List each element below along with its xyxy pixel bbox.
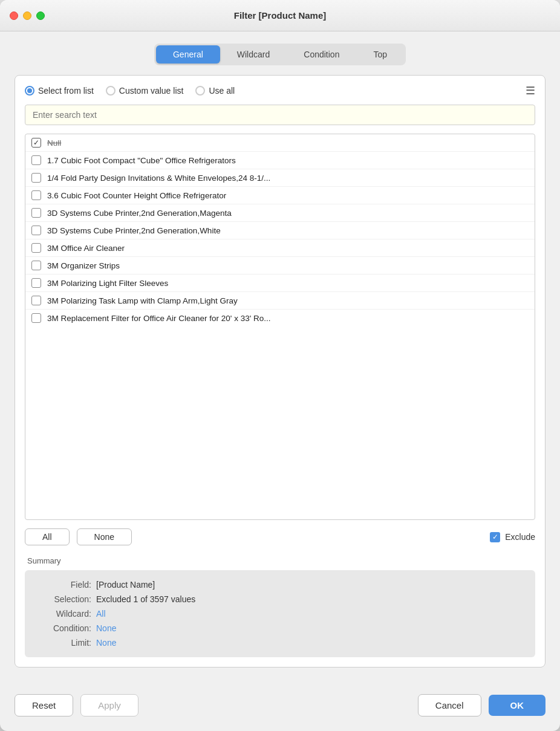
list-item[interactable]: 1.7 Cubic Foot Compact "Cube" Office Ref… [25,152,535,169]
radio-custom-value-list[interactable]: Custom value list [106,86,184,96]
summary-wildcard-value[interactable]: All [96,609,106,619]
radio-use-all[interactable]: Use all [195,86,235,96]
radio-select-from-list[interactable]: Select from list [25,86,94,96]
exclude-checkbox[interactable]: ✓ [490,532,500,542]
list-item[interactable]: Null [25,134,535,152]
tab-bar: General Wildcard Condition Top [154,44,406,65]
exclude-label: Exclude [505,532,535,542]
summary-wildcard-row: Wildcard: All [37,609,523,619]
summary-condition-label: Condition: [37,623,91,633]
summary-limit-label: Limit: [37,638,91,648]
summary-selection-row: Selection: Excluded 1 of 3597 values [37,594,523,604]
dialog-title: Filter [Product Name] [234,10,327,21]
ok-button[interactable]: OK [489,695,546,716]
summary-limit-row: Limit: None [37,638,523,648]
tab-condition[interactable]: Condition [287,45,356,63]
summary-section: Summary Field: [Product Name] Selection:… [25,556,535,657]
all-none-row: All None ✓ Exclude [25,528,535,545]
checkbox-item2[interactable] [31,173,41,183]
minimize-button[interactable] [23,11,31,20]
tab-general[interactable]: General [156,45,220,63]
checkbox-item10[interactable] [31,313,41,323]
bottom-bar: Reset Apply Cancel OK [0,682,560,731]
checkbox-item4[interactable] [31,208,41,218]
traffic-lights [10,11,45,20]
summary-field-value: [Product Name] [96,580,155,590]
list-item[interactable]: 3M Polarizing Task Lamp with Clamp Arm,L… [25,292,535,310]
search-input[interactable] [25,105,535,125]
exclude-row: ✓ Exclude [490,532,535,542]
checkbox-item6[interactable] [31,243,41,253]
radio-circle-custom [106,86,116,96]
checkbox-item1[interactable] [31,155,41,165]
checkbox-item9[interactable] [31,296,41,305]
list-item[interactable]: 1/4 Fold Party Design Invitations & Whit… [25,169,535,187]
list-item[interactable]: 3M Replacement Filter for Office Air Cle… [25,310,535,327]
all-button[interactable]: All [25,528,70,545]
title-bar: Filter [Product Name] [0,0,560,31]
radio-circle-all [195,86,205,96]
summary-field-row: Field: [Product Name] [37,580,523,590]
checkbox-null[interactable] [31,138,41,148]
radio-circle-select [25,86,34,96]
close-button[interactable] [10,11,18,20]
summary-limit-value[interactable]: None [96,638,116,648]
summary-condition-value[interactable]: None [96,623,116,633]
content-area: General Wildcard Condition Top Select fr… [0,31,560,682]
summary-wildcard-label: Wildcard: [37,609,91,619]
list-item[interactable]: 3M Organizer Strips [25,257,535,275]
list-item[interactable]: 3M Polarizing Light Filter Sleeves [25,275,535,292]
main-panel: Select from list Custom value list Use a… [15,75,545,668]
summary-field-label: Field: [37,580,91,590]
summary-selection-label: Selection: [37,594,91,604]
checkbox-item3[interactable] [31,190,41,200]
dialog-window: Filter [Product Name] General Wildcard C… [0,0,560,731]
none-button[interactable]: None [77,528,132,545]
checkbox-item7[interactable] [31,261,41,270]
summary-selection-value: Excluded 1 of 3597 values [96,594,195,604]
apply-button[interactable]: Apply [80,694,138,716]
maximize-button[interactable] [36,11,45,20]
summary-condition-row: Condition: None [37,623,523,633]
checkbox-item8[interactable] [31,278,41,288]
list-item[interactable]: 3.6 Cubic Foot Counter Height Office Ref… [25,187,535,204]
radio-row: Select from list Custom value list Use a… [25,85,535,96]
list-item[interactable]: 3M Office Air Cleaner [25,239,535,257]
list-item[interactable]: 3D Systems Cube Printer,2nd Generation,W… [25,222,535,239]
tab-top[interactable]: Top [356,45,404,63]
summary-box: Field: [Product Name] Selection: Exclude… [25,570,535,657]
summary-title: Summary [27,556,535,565]
reset-button[interactable]: Reset [15,694,73,716]
list-item[interactable]: 3D Systems Cube Printer,2nd Generation,M… [25,204,535,222]
menu-icon[interactable]: ☰ [526,85,535,96]
checkbox-item5[interactable] [31,226,41,235]
cancel-button[interactable]: Cancel [418,694,481,716]
tab-wildcard[interactable]: Wildcard [220,45,287,63]
item-list[interactable]: Null 1.7 Cubic Foot Compact "Cube" Offic… [25,134,535,520]
